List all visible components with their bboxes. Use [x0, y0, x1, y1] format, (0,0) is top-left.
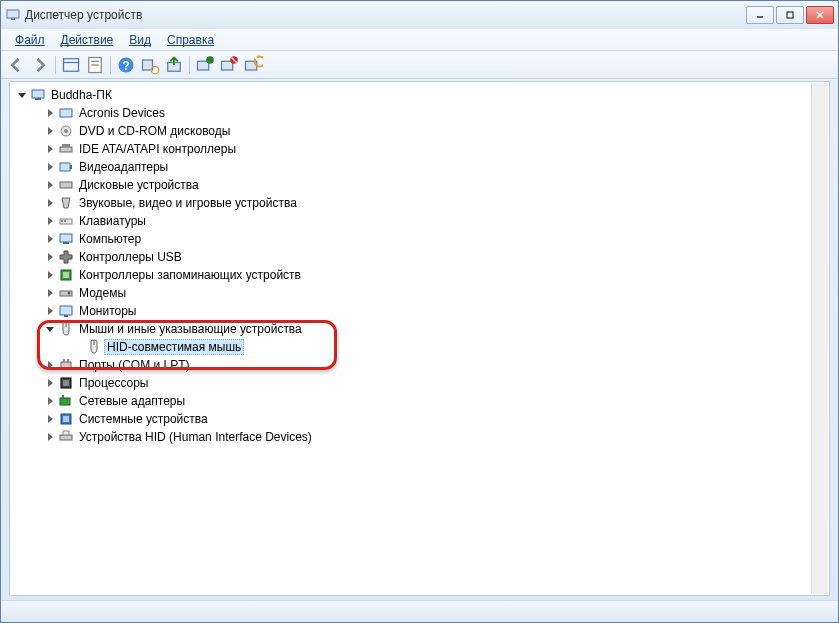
category-label[interactable]: Компьютер — [76, 231, 144, 247]
minimize-button[interactable] — [746, 6, 774, 24]
expander-icon[interactable] — [44, 215, 56, 227]
category-label[interactable]: Клавиатуры — [76, 213, 149, 229]
svg-rect-34 — [64, 220, 66, 222]
disable-icon[interactable] — [218, 54, 240, 76]
svg-point-26 — [64, 129, 68, 133]
mice-category-label[interactable]: Мыши и иные указывающие устройства — [76, 321, 305, 337]
help-icon[interactable]: ? — [115, 54, 137, 76]
enable-icon[interactable] — [242, 54, 264, 76]
category-label[interactable]: Дисковые устройства — [76, 177, 202, 193]
properties-icon[interactable] — [84, 54, 106, 76]
category-label[interactable]: IDE ATA/ATAPI контроллеры — [76, 141, 239, 157]
category-label[interactable]: Мониторы — [76, 303, 139, 319]
tree-category[interactable]: Контроллеры запоминающих устройств — [10, 266, 829, 284]
expander-icon[interactable] — [16, 89, 28, 101]
expander-icon[interactable] — [44, 251, 56, 263]
uninstall-icon[interactable] — [194, 54, 216, 76]
tree-category[interactable]: Acronis Devices — [10, 104, 829, 122]
category-label[interactable]: Сетевые адаптеры — [76, 393, 188, 409]
tree-category[interactable]: Модемы — [10, 284, 829, 302]
forward-button[interactable] — [29, 54, 51, 76]
tree-category[interactable]: Клавиатуры — [10, 212, 829, 230]
expander-icon[interactable] — [44, 377, 56, 389]
menu-action[interactable]: Действие — [53, 31, 122, 49]
tree-category[interactable]: DVD и CD-ROM дисководы — [10, 122, 829, 140]
tree-panel[interactable]: Buddha-ПК Acronis DevicesDVD и CD-ROM ди… — [9, 81, 830, 596]
category-label[interactable]: Порты (COM и LPT) — [76, 357, 193, 373]
mouse-icon — [58, 321, 74, 337]
tree-device-hid-mouse[interactable]: HID-совместимая мышь — [10, 338, 829, 356]
svg-rect-24 — [60, 109, 72, 117]
scrollbar[interactable] — [811, 83, 828, 594]
tree-category[interactable]: Дисковые устройства — [10, 176, 829, 194]
menu-help[interactable]: Справка — [159, 31, 222, 49]
svg-rect-36 — [63, 242, 69, 244]
device-category-icon — [58, 105, 74, 121]
svg-rect-29 — [60, 163, 70, 171]
expander-icon[interactable] — [44, 431, 56, 443]
expander-icon[interactable] — [44, 125, 56, 137]
svg-rect-30 — [70, 165, 72, 169]
device-category-icon — [58, 141, 74, 157]
expander-icon[interactable] — [44, 395, 56, 407]
menu-view[interactable]: Вид — [121, 31, 159, 49]
category-label[interactable]: DVD и CD-ROM дисководы — [76, 123, 233, 139]
expander-icon[interactable] — [44, 107, 56, 119]
tree-category[interactable]: Процессоры — [10, 374, 829, 392]
category-label[interactable]: Acronis Devices — [76, 105, 168, 121]
tree-category[interactable]: IDE ATA/ATAPI контроллеры — [10, 140, 829, 158]
category-label[interactable]: Процессоры — [76, 375, 152, 391]
category-label[interactable]: Устройства HID (Human Interface Devices) — [76, 429, 315, 445]
tree-category[interactable]: Компьютер — [10, 230, 829, 248]
window-title: Диспетчер устройств — [25, 8, 746, 22]
category-label[interactable]: Контроллеры запоминающих устройств — [76, 267, 304, 283]
tree-category[interactable]: Устройства HID (Human Interface Devices) — [10, 428, 829, 446]
tree-category[interactable]: Сетевые адаптеры — [10, 392, 829, 410]
maximize-button[interactable] — [776, 6, 804, 24]
expander-icon[interactable] — [44, 197, 56, 209]
expander-icon[interactable] — [44, 359, 56, 371]
category-label[interactable]: Контроллеры USB — [76, 249, 185, 265]
category-label[interactable]: Видеоадаптеры — [76, 159, 171, 175]
update-driver-icon[interactable] — [163, 54, 185, 76]
category-label[interactable]: Звуковые, видео и игровые устройства — [76, 195, 300, 211]
tree-category[interactable]: Системные устройства — [10, 410, 829, 428]
svg-rect-46 — [63, 359, 65, 362]
tree-category[interactable]: Видеоадаптеры — [10, 158, 829, 176]
tree-category[interactable]: Мониторы — [10, 302, 829, 320]
category-label[interactable]: Модемы — [76, 285, 129, 301]
expander-icon[interactable] — [44, 305, 56, 317]
tree-category[interactable]: Звуковые, видео и игровые устройства — [10, 194, 829, 212]
tree-root[interactable]: Buddha-ПК — [10, 86, 829, 104]
expander-icon[interactable] — [44, 323, 56, 335]
expander-icon[interactable] — [44, 287, 56, 299]
device-category-icon — [58, 159, 74, 175]
svg-rect-0 — [7, 10, 19, 18]
svg-rect-45 — [61, 362, 71, 368]
expander-icon[interactable] — [44, 269, 56, 281]
tree-category-mice[interactable]: Мыши и иные указывающие устройства — [10, 320, 829, 338]
svg-rect-49 — [63, 380, 69, 386]
root-label[interactable]: Buddha-ПК — [48, 87, 115, 103]
tree-category[interactable]: Контроллеры USB — [10, 248, 829, 266]
back-button[interactable] — [5, 54, 27, 76]
titlebar[interactable]: Диспетчер устройств — [1, 1, 838, 29]
toolbar: ? — [1, 51, 838, 79]
close-button[interactable] — [806, 6, 834, 24]
show-console-icon[interactable] — [60, 54, 82, 76]
expander-icon[interactable] — [44, 233, 56, 245]
window-controls — [746, 6, 834, 24]
device-category-icon — [58, 213, 74, 229]
expander-icon[interactable] — [44, 143, 56, 155]
hid-mouse-label[interactable]: HID-совместимая мышь — [104, 339, 244, 355]
scan-hardware-icon[interactable] — [139, 54, 161, 76]
menu-file[interactable]: Файл — [7, 31, 53, 49]
app-icon — [5, 7, 21, 23]
svg-point-17 — [206, 56, 214, 64]
expander-icon[interactable] — [44, 161, 56, 173]
tree-category[interactable]: Порты (COM и LPT) — [10, 356, 829, 374]
category-label[interactable]: Системные устройства — [76, 411, 211, 427]
expander-icon[interactable] — [44, 179, 56, 191]
expander-icon[interactable] — [44, 413, 56, 425]
device-category-icon — [58, 123, 74, 139]
